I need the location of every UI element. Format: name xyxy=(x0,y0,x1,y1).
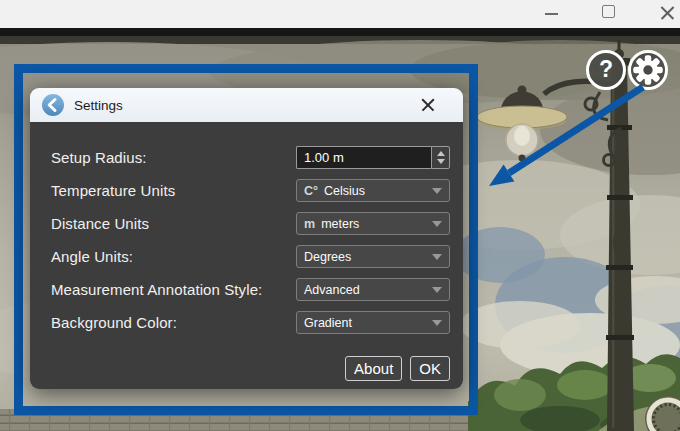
angle-units-dropdown[interactable]: Degrees xyxy=(296,245,450,268)
background-color-label: Background Color: xyxy=(51,314,296,331)
angle-units-value: Degrees xyxy=(304,250,351,264)
app-window: ? xyxy=(0,0,680,431)
dialog-close-icon[interactable] xyxy=(420,97,436,113)
temperature-units-row: Temperature Units C° Celsius xyxy=(30,174,463,207)
setup-radius-spinbox: 1.00 m xyxy=(296,146,450,169)
distance-units-row: Distance Units m meters xyxy=(30,207,463,240)
annotation-style-dropdown[interactable]: Advanced xyxy=(296,278,450,301)
celsius-unit-icon: C° xyxy=(304,184,318,198)
dialog-button-row: About OK xyxy=(30,356,450,381)
temperature-units-dropdown[interactable]: C° Celsius xyxy=(296,179,450,202)
annotation-style-row: Measurement Annotation Style: Advanced xyxy=(30,273,463,306)
meters-unit-icon: m xyxy=(304,217,315,231)
back-chevron-icon xyxy=(42,94,64,116)
temperature-units-label: Temperature Units xyxy=(51,182,296,199)
os-titlebar xyxy=(0,0,680,28)
gear-icon[interactable] xyxy=(628,50,668,90)
ok-button[interactable]: OK xyxy=(410,356,450,381)
chevron-down-icon xyxy=(432,188,442,194)
stepper-up-icon[interactable] xyxy=(437,151,445,156)
minimize-icon[interactable] xyxy=(545,13,558,15)
distance-units-label: Distance Units xyxy=(51,215,296,232)
background-color-value: Gradient xyxy=(304,316,352,330)
stepper-down-icon[interactable] xyxy=(437,159,445,164)
distance-units-dropdown[interactable]: m meters xyxy=(296,212,450,235)
about-button[interactable]: About xyxy=(345,356,402,381)
chevron-down-icon xyxy=(432,254,442,260)
dialog-body: Setup Radius: 1.00 m Temperature Units C… xyxy=(30,122,463,389)
dialog-titlebar[interactable]: Settings xyxy=(30,88,463,122)
distance-units-value: meters xyxy=(321,217,359,231)
setup-radius-row: Setup Radius: 1.00 m xyxy=(30,141,463,174)
setup-radius-label: Setup Radius: xyxy=(51,149,296,166)
annotation-style-label: Measurement Annotation Style: xyxy=(51,281,296,298)
setup-radius-stepper[interactable] xyxy=(431,146,450,169)
chevron-down-icon xyxy=(432,320,442,326)
temperature-units-value: Celsius xyxy=(324,184,365,198)
help-glyph: ? xyxy=(599,58,613,81)
help-icon[interactable]: ? xyxy=(586,50,626,90)
maximize-icon[interactable] xyxy=(602,5,615,18)
dialog-title: Settings xyxy=(74,98,123,113)
setup-radius-input[interactable]: 1.00 m xyxy=(296,146,431,169)
angle-units-row: Angle Units: Degrees xyxy=(30,240,463,273)
background-color-dropdown[interactable]: Gradient xyxy=(296,311,450,334)
gear-glyph xyxy=(632,54,664,86)
close-icon[interactable] xyxy=(659,4,676,21)
chevron-down-icon xyxy=(432,287,442,293)
settings-dialog: Settings Setup Radius: 1.00 m Temperatur… xyxy=(30,88,463,389)
angle-units-label: Angle Units: xyxy=(51,248,296,265)
chevron-down-icon xyxy=(432,221,442,227)
annotation-style-value: Advanced xyxy=(304,283,360,297)
background-color-row: Background Color: Gradient xyxy=(30,306,463,339)
